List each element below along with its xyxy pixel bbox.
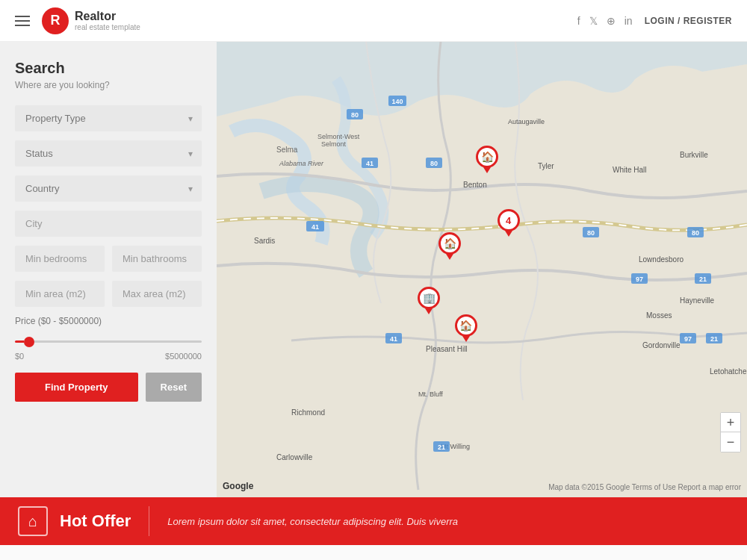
header: R Realtor real estate template f 𝕏 ⊕ in … xyxy=(0,0,747,42)
price-range-labels: $0 $5000000 xyxy=(15,352,202,361)
hot-offer-text: Lorem ipsum dolor sit amet, consectetur … xyxy=(167,516,729,527)
map-area[interactable]: Selma Selmont-West Selmont Benton Tyler … xyxy=(217,42,747,497)
svg-text:97: 97 xyxy=(636,276,643,283)
hot-offer-divider xyxy=(149,506,149,536)
map-svg: Selma Selmont-West Selmont Benton Tyler … xyxy=(217,42,747,497)
pin-tail-2 xyxy=(505,231,512,237)
max-area-input[interactable] xyxy=(112,281,202,307)
city-group xyxy=(15,211,202,237)
svg-text:Lowndesboro: Lowndesboro xyxy=(639,255,684,264)
map-pin-2[interactable]: 4 xyxy=(497,209,521,237)
svg-text:41: 41 xyxy=(311,223,319,231)
svg-text:Richmond: Richmond xyxy=(291,408,325,417)
pin-house-icon-3: 🏠 xyxy=(438,232,461,255)
login-register-button[interactable]: LOGIN / REGISTER xyxy=(645,16,732,26)
svg-text:Gordonville: Gordonville xyxy=(642,341,681,349)
svg-text:140: 140 xyxy=(391,98,403,105)
svg-text:Burkville: Burkville xyxy=(680,151,708,159)
svg-text:Mosses: Mosses xyxy=(646,311,672,320)
map-pin-5[interactable]: 🏠 xyxy=(454,314,478,343)
zoom-in-button[interactable]: + xyxy=(721,413,740,432)
svg-text:21: 21 xyxy=(699,276,707,283)
map-pin-3[interactable]: 🏠 xyxy=(438,232,462,261)
svg-text:Mt. Bluff: Mt. Bluff xyxy=(418,391,443,398)
svg-text:Benton: Benton xyxy=(463,181,487,189)
property-type-group: Property Type House Apartment Commercial xyxy=(15,105,202,131)
country-group: Country USA UK Canada xyxy=(15,175,202,202)
recent-listed-section: Recent Listed xyxy=(0,545,747,560)
search-subtitle: Where are you looking? xyxy=(15,80,202,90)
zoom-out-button[interactable]: − xyxy=(721,432,740,452)
header-left: R Realtor real estate template xyxy=(15,7,140,34)
price-label: Price ($0 - $5000000) xyxy=(15,316,202,326)
map-pin-4[interactable]: 🏢 xyxy=(417,287,441,315)
logo-text: Realtor real estate template xyxy=(75,10,140,31)
logo-title: Realtor xyxy=(75,10,140,23)
pin-tail-5 xyxy=(462,336,470,342)
svg-text:80: 80 xyxy=(430,160,438,167)
logo-subtitle: real estate template xyxy=(75,23,140,31)
svg-rect-0 xyxy=(217,42,747,497)
reset-button[interactable]: Reset xyxy=(146,373,202,402)
pin-tail-1 xyxy=(483,167,491,173)
svg-text:21: 21 xyxy=(710,335,718,343)
header-right: f 𝕏 ⊕ in LOGIN / REGISTER xyxy=(577,15,732,27)
pin-tail-3 xyxy=(446,254,453,260)
hamburger-menu[interactable] xyxy=(15,16,30,26)
svg-text:Selmont-West: Selmont-West xyxy=(317,133,360,140)
main-content: Search Where are you looking? Property T… xyxy=(0,42,747,497)
map-background: Selma Selmont-West Selmont Benton Tyler … xyxy=(217,42,747,497)
svg-text:41: 41 xyxy=(366,160,374,167)
hot-offer-bar: ⌂ Hot Offer Lorem ipsum dolor sit amet, … xyxy=(0,497,747,545)
svg-text:Pleasant Hill: Pleasant Hill xyxy=(426,345,468,353)
google-plus-link[interactable]: ⊕ xyxy=(607,15,616,27)
search-title: Search xyxy=(15,60,202,77)
svg-text:80: 80 xyxy=(692,229,699,237)
svg-text:21: 21 xyxy=(438,444,445,451)
hot-offer-icon: ⌂ xyxy=(18,506,48,536)
svg-text:Sardis: Sardis xyxy=(254,237,275,245)
svg-text:Letohatchee: Letohatchee xyxy=(710,367,747,376)
price-max-label: $5000000 xyxy=(165,352,202,361)
svg-text:41: 41 xyxy=(390,335,397,343)
bedrooms-bathrooms-row xyxy=(15,246,202,272)
svg-text:Autaugaville: Autaugaville xyxy=(508,118,545,125)
svg-text:Carlowville: Carlowville xyxy=(276,453,313,461)
twitter-link[interactable]: 𝕏 xyxy=(589,15,598,27)
svg-text:97: 97 xyxy=(684,335,692,343)
search-sidebar: Search Where are you looking? Property T… xyxy=(0,42,217,497)
country-select[interactable]: Country USA UK Canada xyxy=(15,175,202,202)
price-slider-wrapper xyxy=(15,332,202,346)
pin-house-icon-5: 🏠 xyxy=(455,314,477,337)
area-row xyxy=(15,281,202,307)
hot-offer-title: Hot Offer xyxy=(60,511,131,531)
facebook-link[interactable]: f xyxy=(577,15,580,27)
price-min-label: $0 xyxy=(15,352,24,361)
pin-building-icon: 🏢 xyxy=(418,287,440,309)
min-bedrooms-input[interactable] xyxy=(15,246,105,272)
svg-text:Alabama River: Alabama River xyxy=(279,160,324,167)
social-icons: f 𝕏 ⊕ in xyxy=(577,15,633,27)
price-slider[interactable] xyxy=(15,340,202,343)
svg-text:White Hall: White Hall xyxy=(613,166,647,174)
svg-text:Selmont: Selmont xyxy=(321,140,347,148)
map-pin-1[interactable]: 🏠 xyxy=(475,146,499,174)
logo-icon: R xyxy=(42,7,69,34)
city-input[interactable] xyxy=(15,211,202,237)
map-attribution: Map data ©2015 Google Terms of Use Repor… xyxy=(548,483,741,491)
status-select[interactable]: Status For Sale For Rent xyxy=(15,140,202,167)
property-type-select[interactable]: Property Type House Apartment Commercial xyxy=(15,105,202,131)
svg-text:Tyler: Tyler xyxy=(538,162,554,170)
svg-text:Hayneville: Hayneville xyxy=(680,296,715,305)
linkedin-link[interactable]: in xyxy=(624,15,633,27)
zoom-controls: + − xyxy=(720,412,741,452)
svg-text:80: 80 xyxy=(587,229,595,237)
svg-text:80: 80 xyxy=(351,111,359,119)
pin-house-icon-1: 🏠 xyxy=(476,146,498,168)
min-area-input[interactable] xyxy=(15,281,105,307)
logo[interactable]: R Realtor real estate template xyxy=(42,7,140,34)
google-branding: Google xyxy=(223,481,253,491)
status-group: Status For Sale For Rent xyxy=(15,140,202,167)
find-property-button[interactable]: Find Property xyxy=(15,373,138,402)
min-bathrooms-input[interactable] xyxy=(112,246,202,272)
